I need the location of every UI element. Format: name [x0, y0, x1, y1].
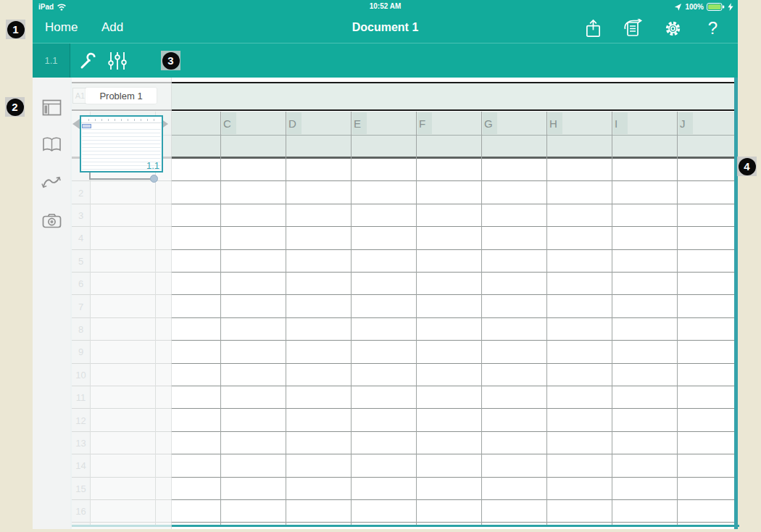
column-gridline	[416, 112, 417, 525]
column-gridline	[677, 112, 678, 525]
settings-gear-icon[interactable]	[661, 17, 685, 41]
callout-badge-2: 2	[5, 97, 25, 117]
manual-figure: iPad 10:52 AM 100%	[0, 0, 761, 532]
undo-gesture-icon[interactable]	[41, 172, 62, 192]
utilities-book-icon[interactable]	[41, 134, 62, 154]
page-indicator: 1.1	[33, 43, 70, 78]
document-work-area: A1 CDEFGHIJ 2345678910111213141516	[33, 78, 738, 529]
thumbnail-selected-cell	[82, 124, 91, 128]
column-letter[interactable]: F	[417, 112, 432, 134]
undo-icon[interactable]	[621, 17, 645, 41]
column-gridline	[351, 112, 352, 525]
column-letter[interactable]: J	[678, 112, 693, 134]
page-toolbar: 1.1	[33, 43, 738, 78]
sorter-scroll-left-icon	[72, 119, 80, 129]
column-letter[interactable]: H	[548, 112, 562, 134]
column-gridline	[546, 112, 547, 525]
callout-badge-3: 3	[161, 51, 180, 70]
column-letter[interactable]: G	[483, 112, 497, 134]
sliders-icon[interactable]	[107, 50, 128, 72]
column-letter[interactable]: C	[222, 112, 236, 134]
thumbnail-drag-handle[interactable]	[150, 175, 158, 183]
work-area-right-edge	[734, 78, 738, 529]
battery-percent: 100%	[685, 3, 704, 11]
ipad-screenshot: iPad 10:52 AM 100%	[33, 0, 738, 529]
app-sidebar	[33, 78, 70, 529]
ios-status-bar: iPad 10:52 AM 100%	[33, 0, 738, 13]
callout-badge-1: 1	[6, 20, 25, 39]
page-sorter-icon[interactable]	[41, 97, 62, 117]
help-icon[interactable]: ?	[701, 17, 725, 41]
column-letter[interactable]: D	[287, 112, 302, 134]
location-arrow-icon	[674, 3, 682, 11]
document-nav-bar: Home Add Document 1	[33, 13, 738, 43]
column-letter[interactable]: I	[613, 112, 628, 134]
problem-tab[interactable]: Problem 1	[86, 88, 157, 104]
column-gridline	[286, 112, 286, 525]
lightning-bolt-icon	[728, 3, 733, 11]
wrench-icon[interactable]	[78, 51, 97, 71]
column-gridline	[612, 112, 612, 525]
page-thumbnail-label: 1.1	[146, 160, 159, 171]
battery-icon	[707, 3, 725, 11]
share-icon[interactable]	[581, 17, 605, 41]
camera-icon[interactable]	[41, 210, 62, 230]
thumbnail-handle-line	[89, 178, 154, 180]
column-gridline	[220, 112, 221, 525]
thumbnail-column-ticks	[83, 119, 160, 121]
page-thumbnail[interactable]: 1.1	[80, 115, 163, 173]
status-time: 10:52 AM	[33, 2, 738, 10]
callout-badge-4: 4	[737, 157, 757, 176]
column-gridline	[481, 112, 482, 525]
column-letter[interactable]: E	[352, 112, 367, 134]
work-area-bottom-edge	[72, 525, 739, 527]
